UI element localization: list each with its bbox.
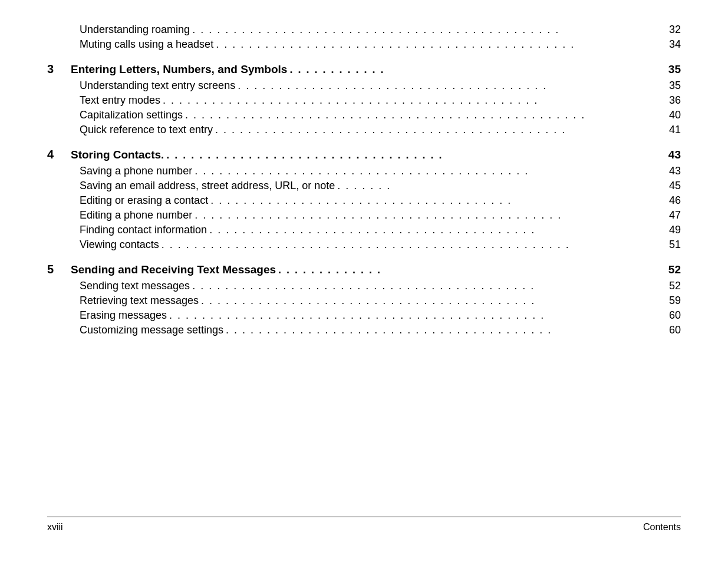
toc-page-saving-email: 45 bbox=[669, 180, 681, 192]
toc-label-text-entry-modes: Text entry modes bbox=[80, 94, 160, 107]
toc-content: Understanding roaming . . . . . . . . . … bbox=[47, 18, 681, 511]
toc-dots-retrieving-text: . . . . . . . . . . . . . . . . . . . . … bbox=[201, 295, 667, 307]
toc-dots-customizing-messages: . . . . . . . . . . . . . . . . . . . . … bbox=[226, 324, 667, 336]
chapter-3-section: 3 Entering Letters, Numbers, and Symbols… bbox=[47, 62, 681, 136]
toc-row-text-entry-modes: Text entry modes . . . . . . . . . . . .… bbox=[80, 94, 681, 107]
toc-dots-muting-calls: . . . . . . . . . . . . . . . . . . . . … bbox=[216, 38, 667, 51]
toc-row-saving-email: Saving an email address, street address,… bbox=[80, 180, 681, 192]
footer-section-label: Contents bbox=[643, 522, 681, 533]
chapter-4-subsections: Saving a phone number . . . . . . . . . … bbox=[80, 165, 681, 251]
toc-page-editing-phone: 47 bbox=[669, 209, 681, 222]
chapter-5-section: 5 Sending and Receiving Text Messages . … bbox=[47, 263, 681, 336]
toc-row-viewing-contacts: Viewing contacts . . . . . . . . . . . .… bbox=[80, 239, 681, 251]
toc-page-erasing-messages: 60 bbox=[669, 309, 681, 322]
toc-page-quick-reference: 41 bbox=[669, 124, 681, 136]
intro-section: Understanding roaming . . . . . . . . . … bbox=[80, 24, 681, 51]
toc-dots-saving-phone: . . . . . . . . . . . . . . . . . . . . … bbox=[195, 165, 667, 177]
chapter-4-dots: . . . . . . . . . . . . . . . . . . . . … bbox=[166, 149, 666, 161]
toc-page-text-entry-screens: 35 bbox=[669, 80, 681, 92]
chapter-3-title: Entering Letters, Numbers, and Symbols bbox=[71, 63, 287, 76]
toc-page-finding-contact: 49 bbox=[669, 224, 681, 236]
toc-row-understanding-roaming: Understanding roaming . . . . . . . . . … bbox=[80, 24, 681, 36]
toc-row-finding-contact: Finding contact information . . . . . . … bbox=[80, 224, 681, 236]
toc-row-retrieving-text: Retrieving text messages . . . . . . . .… bbox=[80, 295, 681, 307]
toc-dots-text-entry-modes: . . . . . . . . . . . . . . . . . . . . … bbox=[163, 94, 667, 107]
chapter-3-subsections: Understanding text entry screens . . . .… bbox=[80, 80, 681, 136]
chapter-3-dots: . . . . . . . . . . . . bbox=[289, 64, 666, 76]
toc-dots-understanding-roaming: . . . . . . . . . . . . . . . . . . . . … bbox=[192, 24, 667, 36]
toc-dots-capitalization: . . . . . . . . . . . . . . . . . . . . … bbox=[185, 109, 667, 121]
toc-page-sending-text: 52 bbox=[669, 280, 681, 292]
chapter-5-title: Sending and Receiving Text Messages bbox=[71, 263, 276, 276]
chapter-3-page: 35 bbox=[668, 63, 681, 76]
toc-dots-sending-text: . . . . . . . . . . . . . . . . . . . . … bbox=[192, 280, 667, 292]
toc-dots-quick-reference: . . . . . . . . . . . . . . . . . . . . … bbox=[215, 124, 667, 136]
toc-row-capitalization: Capitalization settings . . . . . . . . … bbox=[80, 109, 681, 121]
toc-label-saving-phone: Saving a phone number bbox=[80, 165, 192, 177]
toc-label-text-entry-screens: Understanding text entry screens bbox=[80, 80, 235, 92]
toc-label-understanding-roaming: Understanding roaming bbox=[80, 24, 190, 36]
toc-page-viewing-contacts: 51 bbox=[669, 239, 681, 251]
toc-dots-editing-erasing: . . . . . . . . . . . . . . . . . . . . … bbox=[210, 194, 667, 207]
toc-page-saving-phone: 43 bbox=[669, 165, 681, 177]
toc-label-finding-contact: Finding contact information bbox=[80, 224, 207, 236]
toc-row-editing-erasing: Editing or erasing a contact . . . . . .… bbox=[80, 194, 681, 207]
footer-page-number: xviii bbox=[47, 522, 63, 533]
toc-dots-saving-email: . . . . . . . bbox=[337, 180, 667, 192]
toc-row-text-entry-screens: Understanding text entry screens . . . .… bbox=[80, 80, 681, 92]
toc-row-sending-text: Sending text messages . . . . . . . . . … bbox=[80, 280, 681, 292]
toc-label-viewing-contacts: Viewing contacts bbox=[80, 239, 159, 251]
toc-label-sending-text: Sending text messages bbox=[80, 280, 190, 292]
page-footer: xviii Contents bbox=[47, 517, 681, 533]
page-container: Understanding roaming . . . . . . . . . … bbox=[0, 0, 728, 562]
chapter-4-row: 4 Storing Contacts. . . . . . . . . . . … bbox=[47, 148, 681, 161]
toc-label-quick-reference: Quick reference to text entry bbox=[80, 124, 213, 136]
toc-page-customizing-messages: 60 bbox=[669, 324, 681, 336]
toc-row-muting-calls: Muting calls using a headset . . . . . .… bbox=[80, 38, 681, 51]
chapter-4-section: 4 Storing Contacts. . . . . . . . . . . … bbox=[47, 148, 681, 251]
toc-row-customizing-messages: Customizing message settings . . . . . .… bbox=[80, 324, 681, 336]
chapter-5-dots: . . . . . . . . . . . . . bbox=[278, 264, 666, 276]
toc-row-erasing-messages: Erasing messages . . . . . . . . . . . .… bbox=[80, 309, 681, 322]
toc-label-customizing-messages: Customizing message settings bbox=[80, 324, 223, 336]
chapter-3-row: 3 Entering Letters, Numbers, and Symbols… bbox=[47, 62, 681, 76]
toc-page-retrieving-text: 59 bbox=[669, 295, 681, 307]
chapter-5-subsections: Sending text messages . . . . . . . . . … bbox=[80, 280, 681, 336]
chapter-5-row: 5 Sending and Receiving Text Messages . … bbox=[47, 263, 681, 276]
toc-dots-finding-contact: . . . . . . . . . . . . . . . . . . . . … bbox=[209, 224, 667, 236]
toc-label-muting-calls: Muting calls using a headset bbox=[80, 38, 213, 51]
chapter-4-num: 4 bbox=[47, 148, 71, 161]
toc-dots-erasing-messages: . . . . . . . . . . . . . . . . . . . . … bbox=[169, 309, 667, 322]
toc-dots-text-entry-screens: . . . . . . . . . . . . . . . . . . . . … bbox=[238, 80, 667, 92]
toc-row-saving-phone: Saving a phone number . . . . . . . . . … bbox=[80, 165, 681, 177]
toc-page-muting-calls: 34 bbox=[669, 38, 681, 51]
toc-dots-editing-phone: . . . . . . . . . . . . . . . . . . . . … bbox=[195, 209, 667, 222]
chapter-3-num: 3 bbox=[47, 62, 71, 76]
chapter-5-page: 52 bbox=[668, 263, 681, 276]
chapter-4-page: 43 bbox=[668, 148, 681, 161]
toc-page-text-entry-modes: 36 bbox=[669, 94, 681, 107]
toc-row-quick-reference: Quick reference to text entry . . . . . … bbox=[80, 124, 681, 136]
toc-row-editing-phone: Editing a phone number . . . . . . . . .… bbox=[80, 209, 681, 222]
toc-label-retrieving-text: Retrieving text messages bbox=[80, 295, 199, 307]
toc-page-editing-erasing: 46 bbox=[669, 194, 681, 207]
chapter-5-num: 5 bbox=[47, 263, 71, 276]
toc-label-saving-email: Saving an email address, street address,… bbox=[80, 180, 335, 192]
toc-label-editing-erasing: Editing or erasing a contact bbox=[80, 194, 208, 207]
toc-page-understanding-roaming: 32 bbox=[669, 24, 681, 36]
toc-label-capitalization: Capitalization settings bbox=[80, 109, 183, 121]
toc-page-capitalization: 40 bbox=[669, 109, 681, 121]
toc-label-editing-phone: Editing a phone number bbox=[80, 209, 192, 222]
toc-dots-viewing-contacts: . . . . . . . . . . . . . . . . . . . . … bbox=[162, 239, 667, 251]
chapter-4-title: Storing Contacts. bbox=[71, 148, 164, 161]
toc-label-erasing-messages: Erasing messages bbox=[80, 309, 167, 322]
